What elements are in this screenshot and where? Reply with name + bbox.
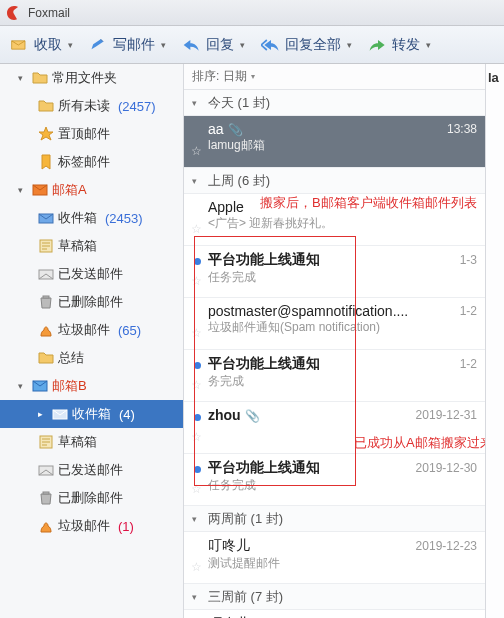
folder-label: 已发送邮件 [58, 461, 123, 479]
folder-sent-b[interactable]: 已发送邮件 [0, 456, 183, 484]
account-label: 邮箱B [52, 377, 87, 395]
folder-label: 垃圾邮件 [58, 321, 110, 339]
folder-sent-a[interactable]: 已发送邮件 [0, 260, 183, 288]
message-subject: 务完成 [208, 373, 477, 390]
folder-tagged[interactable]: 标签邮件 [0, 148, 183, 176]
message-date: 2019-12-30 [416, 461, 477, 475]
spam-icon [38, 322, 54, 338]
star-icon[interactable]: ☆ [191, 222, 202, 236]
folder-deleted-b[interactable]: 已删除邮件 [0, 484, 183, 512]
star-icon[interactable]: ☆ [191, 560, 202, 574]
collapse-icon: ▾ [192, 98, 202, 108]
receive-button[interactable]: 收取▾ [4, 33, 79, 57]
message-subject: 测试提醒邮件 [208, 555, 477, 572]
compose-button[interactable]: 写邮件▾ [83, 33, 172, 57]
group-label: 三周前 (7 封) [208, 588, 283, 606]
star-icon[interactable]: ☆ [191, 144, 202, 158]
folder-label: 已发送邮件 [58, 265, 123, 283]
account-a[interactable]: ▾ 邮箱A [0, 176, 183, 204]
expand-icon: ▾ [18, 381, 28, 391]
forward-icon [368, 37, 388, 53]
folder-spam-a[interactable]: 垃圾邮件 (65) [0, 316, 183, 344]
star-icon[interactable]: ☆ [191, 482, 202, 496]
message-from: 平台功能上线通知 [208, 251, 320, 269]
reply-icon [182, 37, 202, 53]
replyall-label: 回复全部 [285, 36, 341, 54]
folder-label: 垃圾邮件 [58, 517, 110, 535]
foxmail-logo-icon [6, 5, 22, 21]
folder-count: (2457) [118, 99, 156, 114]
message-from: aa📎 [208, 121, 243, 137]
sent-icon [38, 462, 54, 478]
message-subject: 垃圾邮件通知(Spam notification) [208, 319, 477, 336]
message-list[interactable]: 排序: 日期▾ ▾今天 (1 封) ☆ aa📎13:38 lamug邮箱 ▾上周… [184, 64, 486, 618]
svg-rect-4 [43, 296, 49, 298]
account-b[interactable]: ▾ 邮箱B [0, 372, 183, 400]
drafts-icon [38, 434, 54, 450]
reply-button[interactable]: 回复▾ [176, 33, 251, 57]
message-item[interactable]: ☆ zhou📎2019-12-31 [184, 402, 485, 454]
folder-label: 总结 [58, 349, 84, 367]
titlebar: Foxmail [0, 0, 504, 26]
preview-title: la [486, 64, 504, 91]
message-item[interactable]: ☆ 平台功能上线通知2019-12-30 任务完成 [184, 454, 485, 506]
folder-count: (65) [118, 323, 141, 338]
folder-spam-b[interactable]: 垃圾邮件 (1) [0, 512, 183, 540]
message-item[interactable]: ☆ Apple <广告> 迎新春挑好礼。 [184, 194, 485, 246]
message-item[interactable]: ☆ aa📎13:38 lamug邮箱 [184, 116, 485, 168]
collapse-icon: ▾ [192, 592, 202, 602]
preview-pane: la [486, 64, 504, 618]
folder-label: 已删除邮件 [58, 489, 123, 507]
message-item[interactable]: ☆ postmaster@spamnotification....1-2 垃圾邮… [184, 298, 485, 350]
folder-all-unread[interactable]: 所有未读 (2457) [0, 92, 183, 120]
message-item[interactable]: ☆ 叮咚儿2019-12-23 测试提醒邮件 [184, 532, 485, 584]
message-date: 1-3 [460, 253, 477, 267]
folder-drafts-a[interactable]: 草稿箱 [0, 232, 183, 260]
folder-inbox-b[interactable]: ▸ 收件箱 (4) [0, 400, 183, 428]
star-icon [38, 126, 54, 142]
sidebar[interactable]: ▾ 常用文件夹 所有未读 (2457) 置顶邮件 标签邮件 ▾ 邮箱A 收件箱 … [0, 64, 184, 618]
message-date: 13:38 [447, 122, 477, 136]
sort-bar[interactable]: 排序: 日期▾ [184, 64, 485, 90]
star-icon[interactable]: ☆ [191, 326, 202, 340]
group-threeweeks[interactable]: ▾三周前 (7 封) [184, 584, 485, 610]
group-label: 两周前 (1 封) [208, 510, 283, 528]
folder-pinned[interactable]: 置顶邮件 [0, 120, 183, 148]
expand-icon: ▾ [18, 73, 28, 83]
star-icon[interactable]: ☆ [191, 274, 202, 288]
folder-label: 草稿箱 [58, 237, 97, 255]
chevron-down-icon: ▾ [240, 40, 245, 50]
svg-rect-9 [43, 492, 49, 494]
message-from: 叮咚儿 [208, 537, 250, 555]
chevron-down-icon: ▾ [251, 72, 255, 81]
folder-inbox-a[interactable]: 收件箱 (2453) [0, 204, 183, 232]
message-subject: 任务完成 [208, 269, 477, 286]
group-twoweeks[interactable]: ▾两周前 (1 封) [184, 506, 485, 532]
expand-icon: ▾ [18, 185, 28, 195]
folder-summary-a[interactable]: 总结 [0, 344, 183, 372]
forward-button[interactable]: 转发▾ [362, 33, 437, 57]
group-today[interactable]: ▾今天 (1 封) [184, 90, 485, 116]
replyall-icon [261, 37, 281, 53]
trash-icon [38, 294, 54, 310]
folder-label: 收件箱 [72, 405, 111, 423]
collapse-icon: ▾ [192, 176, 202, 186]
chevron-down-icon: ▾ [426, 40, 431, 50]
folder-label: 所有未读 [58, 97, 110, 115]
star-icon[interactable]: ☆ [191, 378, 202, 392]
folder-drafts-b[interactable]: 草稿箱 [0, 428, 183, 456]
group-lastweek[interactable]: ▾上周 (6 封) [184, 168, 485, 194]
message-item[interactable]: ☆ 平台功能上线通知1-2 务完成 [184, 350, 485, 402]
replyall-button[interactable]: 回复全部▾ [255, 33, 358, 57]
folder-deleted-a[interactable]: 已删除邮件 [0, 288, 183, 316]
folder-icon [32, 70, 48, 86]
mail-account-icon [32, 378, 48, 394]
message-date: 2019-12-23 [416, 539, 477, 553]
star-icon[interactable]: ☆ [191, 430, 202, 444]
folder-common[interactable]: ▾ 常用文件夹 [0, 64, 183, 92]
message-item[interactable]: ☆ 平台功能上线通知1-3 任务完成 [184, 246, 485, 298]
message-date: 1-2 [460, 357, 477, 371]
forward-label: 转发 [392, 36, 420, 54]
message-item[interactable]: 叮咚儿2019-12-21 [184, 610, 485, 618]
spam-icon [38, 518, 54, 534]
